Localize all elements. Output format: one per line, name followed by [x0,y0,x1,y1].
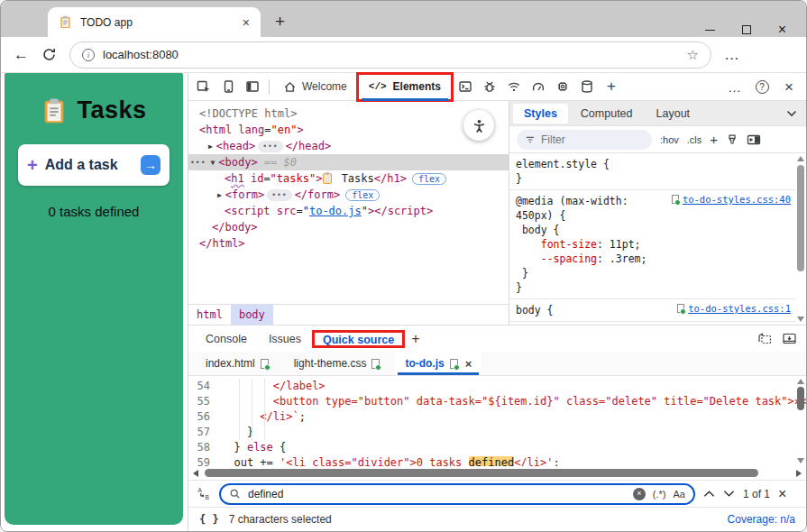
scroll-right-icon[interactable] [796,470,802,477]
tree-line[interactable]: </body> [188,219,509,235]
css-rule[interactable]: element.style {} [509,153,795,190]
scroll-down-icon[interactable] [797,316,804,322]
line-number[interactable]: 54 [188,379,221,394]
previous-match-icon[interactable] [703,490,715,498]
styles-scrollbar[interactable] [795,153,806,325]
scroll-up-icon[interactable] [797,379,804,384]
network-wifi-icon[interactable] [502,75,526,98]
accessibility-person-icon[interactable] [463,110,494,141]
tab-styles[interactable]: Styles [513,104,568,124]
chevron-down-icon[interactable] [786,110,802,117]
tab-welcome[interactable]: Welcome [274,73,356,101]
new-rule-icon[interactable]: + [710,133,718,146]
site-info-icon[interactable]: i [82,49,95,61]
scroll-left-icon[interactable] [193,470,198,477]
code-line[interactable]: 56 </li>`; [188,409,806,425]
tab-elements[interactable]: </> Elements [357,73,453,101]
browser-menu-icon[interactable]: … [724,46,740,64]
code-line[interactable]: 59 out += '<li class="divider">0 tasks d… [188,455,806,466]
css-rule[interactable]: body {to-do-styles.css:1 [509,299,795,322]
tab-close-icon[interactable]: × [243,16,250,29]
add-tool-icon[interactable]: + [600,75,623,98]
expand-panel-icon[interactable] [782,332,797,345]
new-tab-button[interactable]: + [275,13,285,30]
favorite-star-icon[interactable]: ☆ [687,47,699,63]
code-line[interactable]: 57 } [188,425,806,440]
cls-toggle[interactable]: .cls [687,134,702,145]
breadcrumb-html[interactable]: html [188,305,231,325]
tab-issues[interactable]: Issues [259,328,311,350]
performance-gauge-icon[interactable] [527,75,550,98]
storage-database-icon[interactable] [575,75,599,98]
memory-chip-icon[interactable] [551,75,574,98]
add-task-button[interactable]: + Add a task → [18,144,170,186]
line-number[interactable]: 59 [188,455,221,466]
tree-line[interactable]: ▶<head>•••</head> [188,138,509,154]
scroll-thumb[interactable] [797,387,804,410]
styles-filter-input[interactable] [517,130,652,150]
devtools-more-icon[interactable]: … [723,75,747,98]
match-case-toggle[interactable]: Aa [674,489,685,500]
tree-line[interactable]: <!DOCTYPE html> [188,105,509,122]
tab-index-html[interactable]: index.html [196,352,279,375]
console-tool-icon[interactable] [454,75,477,98]
devtools-close-icon[interactable]: × [777,75,801,98]
scroll-thumb[interactable] [797,165,804,271]
pseudo-hov-toggle[interactable]: :hov [660,134,679,145]
line-number[interactable]: 55 [188,394,221,409]
format-brush-icon[interactable] [726,133,738,146]
clear-search-icon[interactable]: × [633,488,646,500]
refresh-icon[interactable] [41,47,57,62]
search-input[interactable]: × (.*) Aa [219,483,695,505]
tab-to-do-js[interactable]: to-do.js × [395,352,481,375]
line-number[interactable]: 58 [188,440,221,455]
scroll-up-icon[interactable] [797,156,804,161]
window-close-icon[interactable]: × [778,23,786,37]
tree-line[interactable]: <h1 id="tasks"> Tasks</h1>flex [188,170,509,187]
code-line[interactable]: 58 } else { [188,440,806,455]
tab-layout[interactable]: Layout [646,104,702,124]
line-number[interactable]: 57 [188,425,221,440]
close-find-icon[interactable]: × [778,487,790,501]
submit-arrow-button[interactable]: → [141,155,160,175]
horizontal-scrollbar[interactable] [188,466,806,480]
tab-computed[interactable]: Computed [570,104,644,124]
tab-light-theme-css[interactable]: light-theme.css [284,352,390,375]
tree-line[interactable]: •••▼<body> == $0 [188,154,509,170]
breadcrumb-body[interactable]: body [231,305,273,325]
code-line[interactable]: 54 </label> [188,379,806,394]
tab-console[interactable]: Console [196,328,257,350]
stylesheet-link[interactable]: to-do-styles.css:1 [677,303,793,314]
tab-quick-source[interactable]: Quick source [313,329,404,351]
minimize-icon[interactable] [705,30,715,31]
next-match-icon[interactable] [723,490,735,498]
add-panel-icon[interactable]: + [411,331,419,347]
tree-line[interactable]: <script src="to-do.js"></script> [188,203,509,219]
url-text[interactable]: localhost:8080 [103,48,179,61]
address-bar[interactable]: i localhost:8080 ☆ [69,41,711,69]
code-scrollbar[interactable] [794,376,806,466]
restore-panel-icon[interactable] [757,332,773,345]
maximize-icon[interactable] [742,25,751,34]
line-number[interactable]: 56 [188,409,221,425]
debugger-bug-icon[interactable] [478,75,501,98]
css-rule[interactable]: @media (max-width:to-do-styles.css:40450… [509,190,795,299]
tree-line[interactable]: ▶<form>•••</form>flex [188,187,509,203]
coverage-link[interactable]: Coverage: n/a [728,513,795,526]
scroll-down-icon[interactable] [797,458,804,463]
close-file-icon[interactable]: × [465,357,472,371]
tree-line[interactable]: <html lang="en"> [188,122,509,138]
find-replace-icon[interactable]: AB [197,487,211,500]
device-emulation-icon[interactable] [216,75,240,98]
browser-tab[interactable]: TODO app × [48,7,261,37]
toggle-sidebar-icon[interactable] [747,133,761,146]
focus-sidebar-icon[interactable] [241,75,264,98]
code-line[interactable]: 55 <button type="button" data-task="${it… [188,394,806,409]
inspect-element-icon[interactable] [192,75,216,98]
back-icon[interactable]: ← [14,47,29,62]
code-editor[interactable]: 54 </label>55 <button type="button" data… [188,376,806,466]
stylesheet-link[interactable]: to-do-styles.css:40 [672,194,793,205]
scroll-thumb[interactable] [205,469,758,477]
regex-toggle[interactable]: (.*) [653,489,666,500]
tree-line[interactable]: </html> [188,235,509,252]
